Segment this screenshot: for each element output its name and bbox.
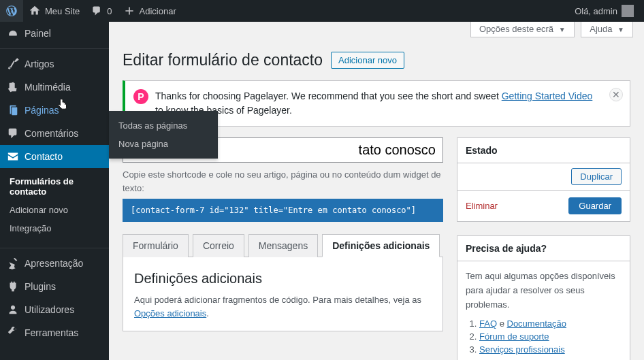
contacto-submenu: Formulários de contacto Adicionar novo I…: [0, 168, 109, 244]
submenu-forms[interactable]: Formulários de contacto: [0, 172, 109, 201]
menu-contacto[interactable]: Contacto: [0, 145, 109, 168]
help-forum-link[interactable]: Fórum de suporte: [479, 331, 549, 342]
users-icon: [7, 304, 19, 316]
flyout-all-pages[interactable]: Todas as páginas: [109, 116, 218, 135]
shortcode-hint: Copie este shortcode e cole no seu artig…: [123, 168, 443, 195]
main-content: Opções deste ecrã ▼ Ajuda ▼ Editar formu…: [109, 22, 644, 360]
help-docs-link[interactable]: Documentação: [507, 318, 566, 329]
plugins-icon: [7, 280, 19, 293]
close-icon: ✕: [612, 88, 620, 102]
plus-icon: [123, 5, 135, 17]
site-home-link[interactable]: Meu Site: [23, 0, 85, 22]
topbar-left-group: Meu Site 0 Adicionar: [0, 0, 182, 22]
screen-options-label: Opções deste ecrã: [479, 24, 553, 34]
admin-sidebar: Painel Artigos Multimédia Páginas Coment…: [0, 22, 109, 360]
pages-flyout: Todas as páginas Nova página: [109, 111, 218, 159]
duplicate-button[interactable]: Duplicar: [571, 168, 622, 185]
tab-list: Formulário Correio Mensagens Definições …: [123, 234, 443, 257]
tab-additional[interactable]: Definições adicionais: [322, 234, 440, 257]
appearance-icon: [7, 257, 19, 269]
help-button[interactable]: Ajuda ▼: [581, 22, 633, 37]
greeting-label: Olá, admin: [575, 6, 617, 16]
dismiss-button[interactable]: ✕: [609, 88, 623, 101]
menu-label: Plugins: [25, 281, 56, 292]
notice-link[interactable]: Getting Started Video: [502, 91, 593, 101]
chevron-down-icon: ▼: [617, 26, 624, 33]
pages-icon: [7, 104, 19, 116]
pin-icon: [7, 58, 19, 70]
panel-link[interactable]: Opções adicionais: [134, 308, 206, 318]
submenu-integration[interactable]: Integração: [0, 219, 109, 238]
side-column: Estado Duplicar Eliminar Guardar Precisa…: [457, 137, 630, 360]
shortcode-display[interactable]: [contact-form-7 id="132" title="Entre em…: [123, 199, 443, 222]
menu-dashboard[interactable]: Painel: [0, 22, 109, 45]
help-label: Ajuda: [590, 24, 612, 34]
save-button[interactable]: Guardar: [568, 197, 622, 214]
tab-form[interactable]: Formulário: [123, 234, 189, 257]
avatar-icon: [622, 5, 634, 17]
notice-text: Thanks for choosing Pagelayer. We recomm…: [155, 89, 602, 118]
help-links-list: FAQ e Documentação Fórum de suporte Serv…: [466, 318, 622, 355]
flyout-new-page[interactable]: Nova página: [109, 135, 218, 153]
help-item: Fórum de suporte: [479, 331, 622, 342]
add-new-button[interactable]: Adicionar novo: [331, 52, 404, 69]
help-body: Tem aqui algumas opções disponíveis para…: [457, 261, 630, 360]
menu-plugins[interactable]: Plugins: [0, 275, 109, 298]
notice-text-before: Thanks for choosing Pagelayer. We recomm…: [155, 91, 502, 101]
tools-icon: [7, 327, 19, 339]
home-icon: [29, 5, 41, 17]
menu-label: Artigos: [25, 59, 54, 69]
menu-label: Ferramentas: [25, 327, 78, 338]
status-footer: Eliminar Guardar: [457, 190, 630, 221]
status-title: Estado: [457, 138, 630, 163]
panel-heading: Definições adicionais: [134, 271, 432, 287]
screen-options-button[interactable]: Opções deste ecrã ▼: [470, 22, 575, 37]
add-new-label: Adicionar: [140, 6, 176, 16]
menu-media[interactable]: Multimédia: [0, 76, 109, 99]
page-title-row: Editar formulário de contacto Adicionar …: [123, 51, 630, 69]
wp-logo-button[interactable]: [0, 0, 23, 22]
panel-text-before: Aqui poderá adicionar fragmentos de códi…: [134, 295, 421, 305]
menu-label: Apresentação: [25, 258, 83, 269]
menu-separator: [0, 248, 109, 248]
menu-tools[interactable]: Ferramentas: [0, 321, 109, 344]
help-item: FAQ e Documentação: [479, 318, 622, 329]
menu-label: Páginas: [25, 105, 59, 116]
account-link[interactable]: Olá, admin: [575, 5, 634, 17]
menu-comments[interactable]: Comentários: [0, 122, 109, 145]
comments-icon: [7, 127, 19, 140]
add-new-link[interactable]: Adicionar: [118, 0, 182, 22]
menu-label: Painel: [25, 28, 51, 39]
help-services-link[interactable]: Serviços profissionais: [479, 344, 565, 355]
columns: Copie este shortcode e cole no seu artig…: [123, 137, 630, 360]
tab-messages[interactable]: Mensagens: [248, 234, 318, 257]
submenu-add[interactable]: Adicionar novo: [0, 201, 109, 219]
media-icon: [7, 81, 19, 93]
screen-meta: Opções deste ecrã ▼ Ajuda ▼: [109, 22, 644, 37]
delete-link[interactable]: Eliminar: [466, 201, 498, 211]
admin-top-bar: Meu Site 0 Adicionar Olá, admin: [0, 0, 644, 22]
comments-link[interactable]: 0: [85, 0, 117, 22]
content-wrap: Editar formulário de contacto Adicionar …: [109, 37, 644, 360]
status-body: Duplicar: [457, 163, 630, 190]
pagelayer-logo-icon: P: [133, 89, 148, 104]
help-faq-link[interactable]: FAQ: [479, 318, 497, 329]
main-column: Copie este shortcode e cole no seu artig…: [123, 137, 443, 360]
chevron-down-icon: ▼: [559, 26, 566, 33]
menu-pages[interactable]: Páginas: [0, 99, 109, 122]
menu-users[interactable]: Utilizadores: [0, 298, 109, 321]
tab-mail[interactable]: Correio: [193, 234, 244, 257]
comment-icon: [91, 5, 103, 17]
mail-icon: [7, 150, 19, 163]
menu-appearance[interactable]: Apresentação: [0, 252, 109, 275]
help-item: Serviços profissionais: [479, 344, 622, 355]
site-name-label: Meu Site: [45, 6, 80, 16]
help-box: Precisa de ajuda? Tem aqui algumas opçõe…: [457, 235, 630, 360]
tab-panel: Definições adicionais Aqui poderá adicio…: [123, 257, 443, 331]
menu-label: Multimédia: [25, 82, 71, 93]
menu-posts[interactable]: Artigos: [0, 52, 109, 76]
help-intro: Tem aqui algumas opções disponíveis para…: [466, 269, 622, 312]
page-title: Editar formulário de contacto: [123, 51, 323, 69]
status-box: Estado Duplicar Eliminar Guardar: [457, 137, 630, 222]
menu-separator: [0, 48, 109, 49]
